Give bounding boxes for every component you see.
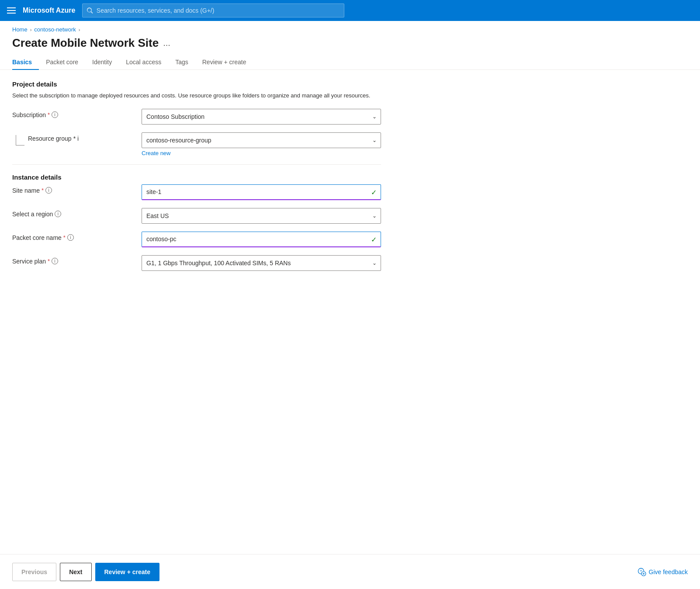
create-new-link[interactable]: Create new bbox=[142, 150, 170, 156]
subscription-control: Contoso Subscription ⌄ bbox=[142, 109, 381, 125]
region-control: East US ⌄ bbox=[142, 208, 381, 224]
resource-group-label-text: Resource group bbox=[28, 135, 72, 142]
page-title: Create Mobile Network Site bbox=[12, 36, 159, 50]
service-plan-control: G1, 1 Gbps Throughput, 100 Activated SIM… bbox=[142, 255, 381, 271]
packet-core-name-control: ✓ bbox=[142, 232, 381, 247]
resource-group-row: Resource group * i contoso-resource-grou… bbox=[12, 132, 381, 156]
tab-review-create[interactable]: Review + create bbox=[195, 55, 253, 70]
site-name-required: * bbox=[42, 187, 44, 194]
resource-group-label-area: Resource group * i bbox=[12, 132, 135, 146]
main-content: Project details Select the subscription … bbox=[0, 70, 393, 289]
tab-basics[interactable]: Basics bbox=[12, 55, 39, 70]
service-plan-label-text: Service plan bbox=[12, 258, 46, 265]
section-divider-1 bbox=[12, 164, 381, 165]
resource-group-select-wrapper: contoso-resource-group ⌄ bbox=[142, 132, 381, 148]
service-plan-select-wrapper: G1, 1 Gbps Throughput, 100 Activated SIM… bbox=[142, 255, 381, 271]
instance-details-title: Instance details bbox=[12, 173, 381, 181]
resource-group-label: Resource group * i bbox=[28, 132, 79, 142]
subscription-select-wrapper: Contoso Subscription ⌄ bbox=[142, 109, 381, 125]
region-select-wrapper: East US ⌄ bbox=[142, 208, 381, 224]
resource-group-bracket bbox=[16, 135, 24, 146]
subscription-select[interactable]: Contoso Subscription bbox=[142, 109, 381, 125]
breadcrumb: Home › contoso-network › bbox=[0, 21, 700, 35]
region-label: Select a region i bbox=[12, 208, 135, 218]
subscription-info-icon[interactable]: i bbox=[52, 111, 58, 118]
tab-packet-core[interactable]: Packet core bbox=[39, 55, 85, 70]
project-details-title: Project details bbox=[12, 80, 381, 88]
packet-core-name-label: Packet core name * i bbox=[12, 232, 135, 241]
packet-core-name-input-wrapper: ✓ bbox=[142, 232, 381, 247]
service-plan-select[interactable]: G1, 1 Gbps Throughput, 100 Activated SIM… bbox=[142, 255, 381, 271]
region-select[interactable]: East US bbox=[142, 208, 381, 224]
breadcrumb-parent[interactable]: contoso-network bbox=[34, 26, 76, 33]
site-name-label: Site name * i bbox=[12, 184, 135, 194]
site-name-check-icon: ✓ bbox=[371, 188, 377, 196]
site-name-input-wrapper: ✓ bbox=[142, 184, 381, 200]
site-name-control: ✓ bbox=[142, 184, 381, 200]
resource-group-required: * bbox=[73, 135, 76, 142]
resource-group-info-icon[interactable]: i bbox=[77, 135, 79, 142]
packet-core-name-check-icon: ✓ bbox=[371, 235, 377, 243]
subscription-label-text: Subscription bbox=[12, 111, 46, 118]
top-navigation: Microsoft Azure bbox=[0, 0, 700, 21]
packet-core-name-required: * bbox=[63, 234, 66, 241]
site-name-row: Site name * i ✓ bbox=[12, 184, 381, 200]
site-name-label-text: Site name bbox=[12, 187, 40, 194]
project-details-desc: Select the subscription to manage deploy… bbox=[12, 91, 381, 100]
resource-group-control: contoso-resource-group ⌄ Create new bbox=[142, 132, 381, 156]
site-name-input[interactable] bbox=[142, 184, 381, 200]
tab-tags[interactable]: Tags bbox=[168, 55, 195, 70]
brand-logo: Microsoft Azure bbox=[23, 7, 75, 14]
tab-identity[interactable]: Identity bbox=[85, 55, 119, 70]
region-label-text: Select a region bbox=[12, 211, 53, 218]
service-plan-required: * bbox=[48, 258, 50, 264]
packet-core-name-info-icon[interactable]: i bbox=[67, 234, 74, 241]
subscription-required: * bbox=[48, 111, 50, 118]
service-plan-label: Service plan * i bbox=[12, 255, 135, 265]
hamburger-menu[interactable] bbox=[7, 7, 16, 14]
service-plan-info-icon[interactable]: i bbox=[52, 258, 58, 264]
breadcrumb-home[interactable]: Home bbox=[12, 26, 28, 33]
search-icon bbox=[87, 7, 93, 14]
subscription-label: Subscription * i bbox=[12, 109, 135, 118]
breadcrumb-sep-1: › bbox=[30, 27, 32, 32]
search-input[interactable] bbox=[97, 7, 340, 14]
region-info-icon[interactable]: i bbox=[55, 211, 61, 217]
site-name-info-icon[interactable]: i bbox=[45, 187, 52, 194]
packet-core-name-input[interactable] bbox=[142, 232, 381, 247]
tab-bar: Basics Packet core Identity Local access… bbox=[0, 50, 700, 70]
subscription-row: Subscription * i Contoso Subscription ⌄ bbox=[12, 109, 381, 125]
service-plan-row: Service plan * i G1, 1 Gbps Throughput, … bbox=[12, 255, 381, 271]
packet-core-name-label-text: Packet core name bbox=[12, 234, 62, 241]
breadcrumb-sep-2: › bbox=[79, 27, 80, 32]
tab-local-access[interactable]: Local access bbox=[119, 55, 168, 70]
region-row: Select a region i East US ⌄ bbox=[12, 208, 381, 224]
page-title-more[interactable]: ... bbox=[163, 38, 170, 48]
search-bar[interactable] bbox=[82, 3, 344, 17]
packet-core-name-row: Packet core name * i ✓ bbox=[12, 232, 381, 247]
resource-group-select[interactable]: contoso-resource-group bbox=[142, 132, 381, 148]
page-title-area: Create Mobile Network Site ... bbox=[0, 35, 700, 50]
